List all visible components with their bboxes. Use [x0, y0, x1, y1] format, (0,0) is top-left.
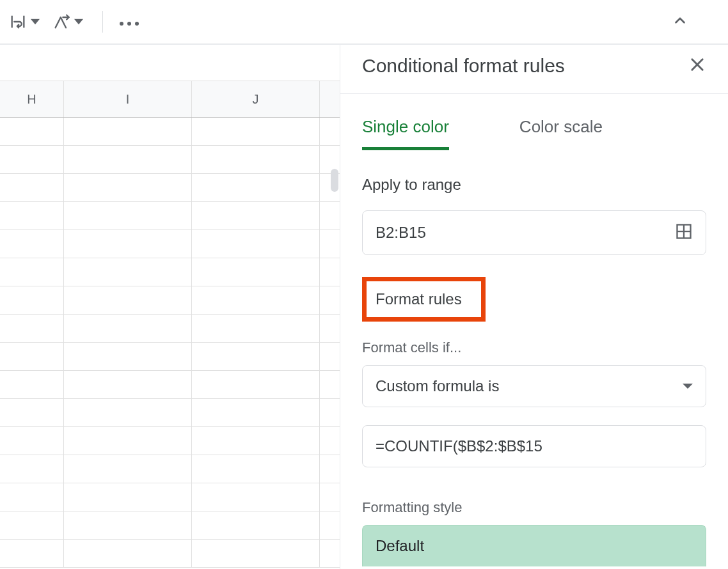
grid-row[interactable] — [0, 315, 340, 343]
svg-point-5 — [120, 22, 123, 26]
chevron-down-icon — [683, 384, 693, 389]
grid-row[interactable] — [0, 202, 340, 230]
grid-row[interactable] — [0, 371, 340, 399]
toolbar-separator — [102, 11, 103, 33]
panel-tabs: Single color Color scale — [340, 117, 728, 150]
column-headers: H I J — [0, 81, 340, 118]
column-header[interactable]: J — [192, 81, 320, 117]
collapse-toolbar-button[interactable] — [672, 12, 688, 31]
format-rules-label: Format rules — [376, 290, 462, 308]
condition-select[interactable]: Custom formula is — [362, 365, 706, 407]
spreadsheet-grid[interactable]: H I J — [0, 45, 340, 569]
range-value: B2:B15 — [376, 224, 426, 242]
grid-row[interactable] — [0, 286, 340, 315]
style-preview[interactable]: Default — [362, 525, 706, 566]
grid-row[interactable] — [0, 455, 340, 483]
grid-row[interactable] — [0, 427, 340, 455]
svg-marker-4 — [74, 19, 83, 24]
grid-row[interactable] — [0, 483, 340, 511]
grid-row[interactable] — [0, 399, 340, 427]
wrap-button-group[interactable] — [8, 10, 47, 33]
formula-value: =COUNTIF($B$2:$B$15 — [376, 437, 542, 455]
column-header[interactable]: H — [0, 81, 64, 117]
toolbar — [0, 0, 728, 45]
panel-header: Conditional format rules — [340, 45, 728, 94]
dropdown-caret-icon — [29, 15, 41, 29]
conditional-format-panel: Conditional format rules Single color Co… — [340, 45, 728, 569]
close-button[interactable] — [688, 56, 706, 77]
grid-row[interactable] — [0, 146, 340, 174]
apply-range-label: Apply to range — [362, 176, 706, 194]
grid-row[interactable] — [0, 230, 340, 258]
tab-single-color[interactable]: Single color — [362, 117, 449, 150]
tab-color-scale[interactable]: Color scale — [519, 117, 603, 150]
column-header-edge — [320, 81, 340, 117]
rotation-button-group[interactable] — [51, 10, 91, 33]
formula-input[interactable]: =COUNTIF($B$2:$B$15 — [362, 425, 706, 467]
main-area: H I J Conditional format rules — [0, 45, 728, 569]
grid-row[interactable] — [0, 511, 340, 540]
column-header[interactable]: I — [64, 81, 192, 117]
toolbar-left — [8, 10, 144, 33]
format-cells-if-label: Format cells if... — [362, 339, 706, 356]
style-preview-text: Default — [376, 537, 424, 554]
svg-point-7 — [135, 22, 139, 26]
vertical-scrollbar[interactable] — [331, 169, 338, 192]
grid-row[interactable] — [0, 118, 340, 146]
range-input-box[interactable]: B2:B15 — [362, 210, 706, 255]
svg-marker-2 — [31, 19, 40, 24]
more-button[interactable] — [115, 12, 144, 32]
panel-title: Conditional format rules — [362, 55, 565, 77]
format-rules-highlight: Format rules — [362, 277, 486, 322]
formatting-style-label: Formatting style — [362, 499, 706, 516]
svg-point-6 — [127, 22, 131, 26]
panel-body: Apply to range B2:B15 Format rules Forma… — [340, 150, 728, 566]
grid-row[interactable] — [0, 540, 340, 568]
condition-value: Custom formula is — [376, 377, 499, 395]
dropdown-caret-icon — [73, 15, 84, 29]
grid-row[interactable] — [0, 343, 340, 371]
text-rotation-icon — [51, 10, 72, 33]
select-range-icon[interactable] — [675, 222, 693, 243]
text-wrap-icon — [8, 10, 28, 33]
grid-rows — [0, 118, 340, 568]
grid-row[interactable] — [0, 174, 340, 202]
grid-row[interactable] — [0, 258, 340, 286]
